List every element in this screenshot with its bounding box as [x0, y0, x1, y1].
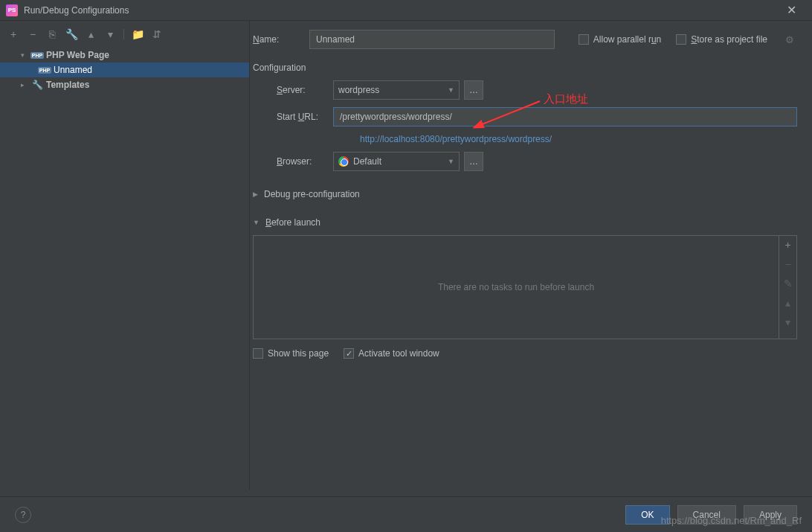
dialog-footer: ? OK Cancel Apply: [0, 496, 812, 532]
tree-label: Unnamed: [54, 65, 92, 75]
config-tree: ▾ PHP PHP Web Page PHP Unnamed ▸ 🔧 Templ…: [0, 46, 249, 94]
tree-label: PHP Web Page: [46, 50, 109, 60]
down-icon[interactable]: ▾: [104, 28, 116, 40]
before-launch-label: Before launch: [265, 217, 320, 228]
titlebar: PS Run/Debug Configurations ✕: [0, 0, 812, 21]
up-icon[interactable]: ▴: [85, 28, 97, 40]
remove-task-icon: −: [784, 258, 790, 270]
browser-row: Browser: Default ▼ …: [277, 152, 797, 171]
configuration-section: Configuration: [253, 63, 797, 73]
cancel-button[interactable]: Cancel: [677, 505, 736, 525]
resolved-url-link[interactable]: http://localhost:8080/prettywordpress/wo…: [360, 134, 797, 144]
start-url-input[interactable]: [333, 107, 797, 126]
name-row: Name: Allow parallel run Store as projec…: [250, 30, 797, 49]
window-title: Run/Debug Configurations: [24, 5, 776, 16]
chevron-down-icon: ▼: [448, 86, 454, 94]
chevron-down-icon: ▾: [21, 51, 28, 59]
left-panel: + − ⎘ 🔧 ▴ ▾ 📁 ⇵ ▾ PHP PHP Web Page PHP U…: [0, 21, 250, 490]
tree-unnamed[interactable]: PHP Unnamed: [0, 63, 249, 77]
gear-icon[interactable]: ⚙: [785, 34, 794, 45]
browser-value: Default: [353, 156, 448, 167]
tasks-toolbar: + − ✎ ▴ ▾: [779, 236, 796, 339]
up-task-icon: ▴: [785, 297, 790, 309]
apply-button[interactable]: Apply: [744, 505, 797, 525]
server-row: Server: wordpress ▼ …: [277, 80, 797, 100]
activate-tool-label: Activate tool window: [358, 348, 439, 359]
php-icon: PHP: [39, 65, 51, 75]
edit-task-icon: ✎: [784, 278, 793, 289]
checkbox-icon: [253, 348, 263, 359]
down-task-icon: ▾: [785, 316, 790, 328]
tree-templates[interactable]: ▸ 🔧 Templates: [0, 77, 249, 92]
close-icon[interactable]: ✕: [776, 3, 806, 17]
browser-browse-button[interactable]: …: [464, 152, 483, 171]
browser-select[interactable]: Default ▼: [333, 152, 460, 171]
add-task-icon[interactable]: +: [784, 239, 790, 251]
tasks-list: There are no tasks to run before launch …: [253, 235, 797, 339]
server-browse-button[interactable]: …: [464, 80, 483, 100]
remove-icon[interactable]: −: [27, 28, 39, 40]
app-icon: PS: [6, 4, 18, 16]
expand-icon[interactable]: ⇵: [151, 28, 163, 40]
before-launch-section[interactable]: ▼ Before launch: [253, 217, 797, 228]
url-label: Start URL:: [277, 112, 333, 122]
ok-button[interactable]: OK: [625, 505, 669, 525]
debug-pre-section[interactable]: ▶ Debug pre-configuration: [253, 189, 797, 199]
chevron-down-icon: ▼: [253, 219, 260, 226]
settings-icon[interactable]: 🔧: [65, 28, 77, 40]
show-page-label: Show this page: [268, 348, 329, 359]
server-value: wordpress: [338, 85, 448, 95]
wrench-icon: 🔧: [31, 80, 43, 90]
allow-parallel-checkbox[interactable]: Allow parallel run: [579, 34, 661, 45]
activate-tool-checkbox[interactable]: Activate tool window: [344, 348, 439, 359]
browser-label: Browser:: [277, 156, 333, 167]
tasks-empty-text: There are no tasks to run before launch: [254, 236, 779, 339]
chevron-down-icon: ▼: [448, 158, 454, 165]
server-select[interactable]: wordpress ▼: [333, 80, 460, 100]
copy-icon[interactable]: ⎘: [46, 28, 58, 40]
tree-php-web-page[interactable]: ▾ PHP PHP Web Page: [0, 48, 249, 63]
chrome-icon: [338, 156, 349, 167]
folder-icon[interactable]: 📁: [132, 28, 144, 40]
server-label: Server:: [277, 85, 333, 95]
tree-label: Templates: [46, 80, 89, 90]
right-panel: Name: Allow parallel run Store as projec…: [250, 21, 812, 490]
store-project-label: Store as project file: [691, 34, 767, 45]
chevron-right-icon: ▶: [253, 190, 258, 198]
help-button[interactable]: ?: [15, 507, 31, 523]
checkbox-icon: [676, 34, 686, 45]
config-toolbar: + − ⎘ 🔧 ▴ ▾ 📁 ⇵: [0, 25, 249, 46]
debug-pre-label: Debug pre-configuration: [264, 189, 360, 199]
checkbox-icon: [579, 34, 589, 45]
name-label: Name:: [250, 34, 309, 45]
chevron-right-icon: ▸: [21, 81, 28, 89]
name-input[interactable]: [309, 30, 555, 49]
add-icon[interactable]: +: [7, 28, 19, 40]
checkbox-checked-icon: [344, 348, 354, 359]
show-page-checkbox[interactable]: Show this page: [253, 348, 329, 359]
php-icon: PHP: [31, 50, 43, 60]
url-row: Start URL:: [277, 107, 797, 126]
store-project-checkbox[interactable]: Store as project file: [676, 34, 767, 45]
toolbar-separator: [123, 29, 124, 39]
allow-parallel-label: Allow parallel run: [593, 34, 661, 45]
